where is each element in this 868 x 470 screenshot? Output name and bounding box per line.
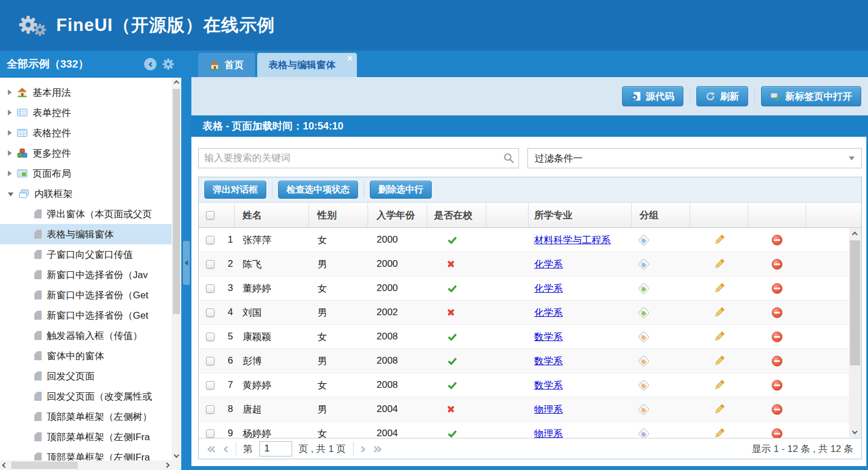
last-page-icon[interactable] [373, 441, 382, 456]
row-checkbox[interactable] [206, 357, 214, 365]
row-checkbox[interactable] [206, 405, 214, 414]
sidebar-item-form-controls[interactable]: 表单控件 [0, 102, 172, 123]
first-page-icon[interactable] [207, 441, 216, 456]
delete-row-icon[interactable] [772, 283, 782, 294]
major-link[interactable]: 材料科学与工程系 [534, 235, 611, 245]
table-row[interactable]: 8 唐超 男 2004 物理系 [199, 397, 861, 422]
table-row[interactable]: 7 黄婷婷 女 2008 数学系 [199, 373, 861, 397]
filter-dropdown[interactable]: 过滤条件一 [527, 148, 862, 168]
search-input[interactable] [198, 148, 519, 168]
major-link[interactable]: 数学系 [534, 356, 563, 366]
splitter-collapse-handle[interactable] [183, 241, 190, 285]
scroll-left-icon[interactable] [2, 463, 8, 468]
delete-row-icon[interactable] [772, 428, 782, 438]
row-checkbox[interactable] [206, 260, 214, 268]
table-row[interactable]: 5 康颖颖 女 2008 数学系 [199, 325, 861, 349]
sidebar-item-top-menu-tree[interactable]: 顶部菜单框架（左侧树） [0, 406, 172, 427]
row-checkbox[interactable] [206, 284, 214, 293]
scroll-right-icon[interactable] [164, 463, 170, 468]
row-checkbox[interactable] [206, 429, 214, 438]
open-new-tab-button[interactable]: 新标签页中打开 [761, 86, 861, 106]
table-row[interactable]: 6 彭博 男 2008 数学系 [199, 349, 861, 373]
major-link[interactable]: 物理系 [534, 428, 563, 438]
table-row[interactable]: 3 董婷婷 女 2000 化学系 [199, 276, 861, 301]
source-code-button[interactable]: 源代码 [622, 86, 683, 106]
sidebar-horizontal-scrollbar[interactable] [0, 460, 172, 470]
open-dialog-button[interactable]: 弹出对话框 [204, 181, 266, 199]
sidebar-item-select-province-get2[interactable]: 新窗口中选择省份（Get [0, 305, 172, 325]
major-link[interactable]: 数学系 [534, 332, 563, 342]
major-link[interactable]: 化学系 [534, 283, 563, 294]
close-tab-icon[interactable] [347, 53, 352, 64]
table-row[interactable]: 9 杨婷婷 女 2004 物理系 [199, 422, 861, 438]
sidebar-item-postback-parent[interactable]: 回发父页面 [0, 366, 172, 386]
sidebar-item-select-province-js[interactable]: 新窗口中选择省份（Jav [0, 265, 172, 285]
edit-pencil-icon[interactable] [713, 403, 726, 415]
sidebar-item-window-in-window[interactable]: 窗体中的窗体 [0, 346, 172, 366]
edit-pencil-icon[interactable] [713, 330, 726, 343]
scrollbar-thumb[interactable] [850, 240, 860, 365]
major-link[interactable]: 物理系 [534, 404, 563, 415]
sidebar-splitter[interactable] [181, 51, 191, 470]
sidebar-item-popup-window[interactable]: 弹出窗体（本页面或父页 [0, 204, 172, 224]
expand-arrow-icon[interactable] [8, 130, 12, 136]
sidebar-item-basic-usage[interactable]: 基本用法 [0, 82, 172, 102]
sidebar-item-grid-edit-window[interactable]: 表格与编辑窗体 [0, 224, 172, 244]
expand-arrow-icon[interactable] [8, 110, 12, 115]
sidebar-item-select-province-get1[interactable]: 新窗口中选择省份（Get [0, 285, 172, 305]
scrollbar-thumb[interactable] [173, 89, 180, 314]
sidebar-item-postback-parent-attr[interactable]: 回发父页面（改变属性或 [0, 386, 172, 406]
major-link[interactable]: 化学系 [534, 259, 563, 270]
sidebar-item-grid-controls[interactable]: 表格控件 [0, 123, 172, 143]
edit-pencil-icon[interactable] [713, 379, 726, 391]
table-row[interactable]: 4 刘国 男 2002 化学系 [199, 301, 861, 325]
sidebar-item-top-menu-iframe1[interactable]: 顶部菜单框架（左侧IFra [0, 427, 172, 447]
sidebar-item-page-layout[interactable]: 页面布局 [0, 163, 172, 183]
scrollbar-thumb[interactable] [11, 462, 78, 469]
tab-grid-edit-window[interactable]: 表格与编辑窗体 [257, 53, 357, 77]
table-row[interactable]: 1 张萍萍 女 2000 材料科学与工程系 [199, 228, 861, 252]
search-icon[interactable] [503, 153, 514, 164]
expand-arrow-icon[interactable] [8, 150, 12, 156]
edit-pencil-icon[interactable] [713, 355, 726, 367]
delete-row-icon[interactable] [772, 380, 782, 391]
edit-pencil-icon[interactable] [713, 282, 726, 294]
scroll-up-icon[interactable] [174, 80, 180, 86]
refresh-button[interactable]: 刷新 [696, 86, 748, 106]
expand-arrow-icon[interactable] [8, 89, 12, 95]
major-link[interactable]: 数学系 [534, 380, 563, 391]
row-checkbox[interactable] [206, 333, 214, 341]
settings-gear-icon[interactable] [162, 58, 175, 70]
sidebar-item-more-controls[interactable]: 更多控件 [0, 143, 172, 163]
table-row[interactable]: 2 陈飞 男 2000 化学系 [199, 252, 861, 276]
delete-row-icon[interactable] [772, 332, 782, 342]
page-number-input[interactable] [259, 441, 292, 456]
scroll-up-icon[interactable] [852, 232, 858, 238]
expand-arrow-icon[interactable] [8, 171, 12, 176]
sidebar-item-trigger-input[interactable]: 触发器输入框（传值） [0, 325, 172, 346]
delete-row-icon[interactable] [772, 356, 782, 366]
edit-pencil-icon[interactable] [713, 234, 726, 246]
delete-row-icon[interactable] [772, 235, 782, 245]
grid-vertical-scrollbar[interactable] [849, 228, 861, 438]
sidebar-vertical-scrollbar[interactable] [172, 78, 181, 460]
sidebar-item-top-menu-iframe2[interactable]: 顶部菜单框架（左侧IFra [0, 447, 172, 460]
sidebar-item-child-to-parent[interactable]: 子窗口向父窗口传值 [0, 244, 172, 265]
edit-pencil-icon[interactable] [713, 427, 726, 438]
scroll-down-icon[interactable] [852, 429, 858, 435]
major-link[interactable]: 化学系 [534, 307, 563, 318]
row-checkbox[interactable] [206, 381, 214, 390]
row-checkbox[interactable] [206, 236, 214, 244]
delete-selected-button[interactable]: 删除选中行 [370, 181, 432, 199]
sidebar-item-inline-frames[interactable]: 内联框架 [0, 183, 172, 204]
prev-page-icon[interactable] [223, 441, 229, 456]
collapse-sidebar-icon[interactable] [144, 58, 156, 70]
edit-pencil-icon[interactable] [713, 306, 726, 319]
next-page-icon[interactable] [360, 441, 366, 456]
scroll-down-icon[interactable] [174, 453, 180, 458]
delete-row-icon[interactable] [772, 404, 782, 415]
delete-row-icon[interactable] [772, 307, 782, 318]
tab-home[interactable]: 首页 [198, 53, 255, 77]
row-checkbox[interactable] [206, 308, 214, 317]
select-all-checkbox[interactable] [206, 211, 214, 220]
